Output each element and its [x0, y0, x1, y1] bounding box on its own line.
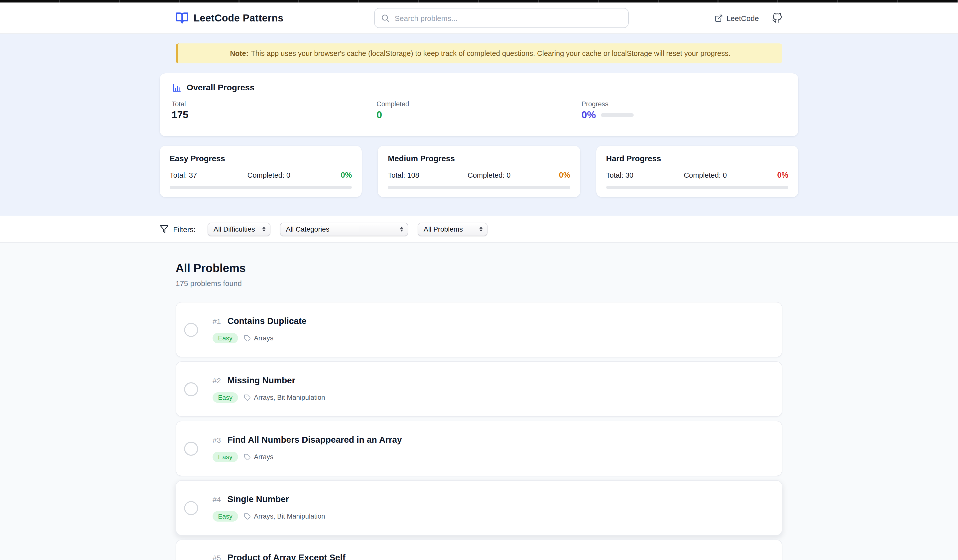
problem-tags: Arrays, Bit Manipulation: [254, 512, 325, 520]
medium-progress-bar: [388, 186, 570, 189]
problem-4-checkbox[interactable]: [184, 501, 198, 515]
problem-title[interactable]: Product of Array Except Self: [227, 552, 345, 560]
select-stepper-icon: [262, 227, 265, 232]
medium-progress-title: Medium Progress: [388, 154, 570, 163]
filter-funnel-icon: [160, 225, 169, 233]
difficulty-badge: Easy: [213, 452, 238, 462]
search-box: [374, 8, 629, 28]
easy-progress-bar: [170, 186, 352, 189]
progress-label: Progress: [582, 100, 786, 108]
tag-icon: [244, 394, 251, 401]
leetcode-link-label: LeetCode: [726, 14, 759, 22]
problem-card-4[interactable]: #4 Single Number Easy Arrays,: [176, 480, 782, 536]
problems-heading: All Problems: [176, 262, 782, 275]
difficulty-badge: Easy: [213, 511, 238, 522]
search-input[interactable]: [374, 8, 629, 28]
note-banner: Note:This app uses your browser's cache …: [176, 43, 782, 63]
medium-completed: Completed: 0: [468, 171, 511, 179]
problems-list: #1 Contains Duplicate Easy Arr: [176, 302, 782, 560]
problem-title[interactable]: Single Number: [227, 494, 289, 504]
problem-card-5[interactable]: #5 Product of Array Except Self: [176, 539, 782, 560]
github-icon[interactable]: [772, 13, 782, 23]
overall-progress-card: Overall Progress Total 175 Completed 0 P…: [160, 73, 798, 136]
tag-icon: [244, 513, 251, 520]
completed-label: Completed: [376, 100, 581, 108]
hard-progress-card: Hard Progress Total: 30 Completed: 0 0%: [596, 146, 798, 197]
problem-3-checkbox[interactable]: [184, 441, 198, 455]
problem-tags: Arrays: [254, 453, 273, 461]
medium-total: Total: 108: [388, 171, 419, 179]
problem-tags: Arrays, Bit Manipulation: [254, 394, 325, 401]
hero-section: Note:This app uses your browser's cache …: [0, 34, 958, 216]
problem-card-1[interactable]: #1 Contains Duplicate Easy Arr: [176, 302, 782, 357]
leetcode-patterns-page: LeetCode Patterns: [0, 0, 958, 560]
filters-bar: Filters: All Difficulties All Categories…: [0, 216, 958, 243]
filters-label: Filters:: [173, 225, 195, 233]
tag-icon: [244, 454, 251, 460]
brand[interactable]: LeetCode Patterns: [176, 3, 284, 33]
hard-completed: Completed: 0: [684, 171, 727, 179]
page-title: LeetCode Patterns: [194, 12, 284, 24]
select-stepper-icon: [400, 227, 403, 232]
book-open-icon: [176, 11, 189, 24]
problem-1-checkbox[interactable]: [184, 323, 198, 337]
select-stepper-icon: [479, 227, 482, 232]
problems-count: 175 problems found: [176, 279, 782, 288]
difficulty-select-value: All Difficulties: [214, 225, 257, 233]
problem-number: #2: [213, 376, 221, 385]
problems-select-value: All Problems: [423, 225, 474, 233]
difficulty-badge: Easy: [213, 392, 238, 403]
overall-total-stat: Total 175: [172, 100, 376, 121]
difficulty-badge: Easy: [213, 333, 238, 343]
problem-number: #3: [213, 436, 221, 444]
problem-title[interactable]: Contains Duplicate: [227, 316, 306, 327]
leetcode-external-link[interactable]: LeetCode: [715, 14, 759, 22]
easy-completed: Completed: 0: [247, 171, 291, 179]
hard-total: Total: 30: [606, 171, 633, 179]
app-header: LeetCode Patterns: [0, 3, 958, 34]
overall-progress-title: Overall Progress: [187, 83, 254, 93]
category-select[interactable]: All Categories: [280, 222, 408, 236]
external-link-icon: [715, 14, 723, 22]
overall-progress-stat: Progress 0%: [582, 100, 786, 121]
problem-tags: Arrays: [254, 335, 273, 342]
search-icon: [381, 13, 390, 24]
difficulty-select[interactable]: All Difficulties: [208, 222, 270, 236]
problem-number: #4: [213, 495, 221, 504]
bar-chart-icon: [172, 83, 182, 93]
problem-number: #1: [213, 317, 221, 325]
easy-progress-title: Easy Progress: [170, 154, 352, 163]
total-label: Total: [172, 100, 376, 108]
overall-progress-bar: [601, 113, 634, 117]
medium-progress-card: Medium Progress Total: 108 Completed: 0 …: [378, 146, 580, 197]
problems-select[interactable]: All Problems: [418, 222, 487, 236]
problem-card-3[interactable]: #3 Find All Numbers Disappeared in an Ar…: [176, 421, 782, 476]
progress-percent: 0%: [582, 109, 596, 121]
problem-2-checkbox[interactable]: [184, 382, 198, 396]
medium-percent: 0%: [559, 171, 570, 180]
hard-percent: 0%: [777, 171, 788, 180]
hard-progress-title: Hard Progress: [606, 154, 788, 163]
problem-card-2[interactable]: #2 Missing Number Easy Arrays,: [176, 361, 782, 417]
easy-total: Total: 37: [170, 171, 197, 179]
easy-progress-card: Easy Progress Total: 37 Completed: 0 0%: [160, 146, 362, 197]
completed-value: 0: [376, 109, 581, 121]
problem-title[interactable]: Missing Number: [227, 375, 295, 386]
problem-title[interactable]: Find All Numbers Disappeared in an Array: [227, 435, 402, 445]
tag-icon: [244, 335, 251, 342]
problem-number: #5: [213, 554, 221, 560]
note-text: This app uses your browser's cache (loca…: [251, 49, 731, 57]
main-content: All Problems 175 problems found #1 Conta…: [0, 243, 958, 560]
overall-completed-stat: Completed 0: [376, 100, 581, 121]
hard-progress-bar: [606, 186, 788, 189]
note-label: Note:: [230, 49, 249, 57]
category-select-value: All Categories: [286, 225, 395, 233]
total-value: 175: [172, 109, 376, 121]
browser-edge-strip: [0, 0, 958, 3]
easy-percent: 0%: [341, 171, 352, 180]
